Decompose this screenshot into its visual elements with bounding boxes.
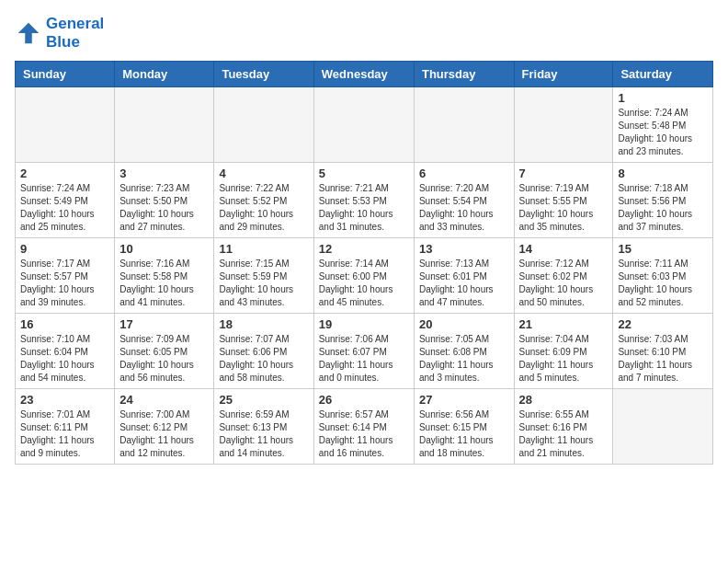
day-number: 17 <box>119 317 209 331</box>
weekday-header: Tuesday <box>214 62 313 87</box>
calendar: SundayMondayTuesdayWednesdayThursdayFrid… <box>15 61 713 465</box>
calendar-cell: 15Sunrise: 7:11 AM Sunset: 6:03 PM Dayli… <box>613 238 713 314</box>
day-number: 12 <box>319 242 409 256</box>
day-info: Sunrise: 7:17 AM Sunset: 5:57 PM Dayligh… <box>20 258 109 309</box>
day-info: Sunrise: 7:22 AM Sunset: 5:52 PM Dayligh… <box>219 182 308 234</box>
day-info: Sunrise: 6:59 AM Sunset: 6:13 PM Dayligh… <box>219 408 308 460</box>
day-info: Sunrise: 7:20 AM Sunset: 5:54 PM Dayligh… <box>419 182 509 234</box>
calendar-cell: 1Sunrise: 7:24 AM Sunset: 5:48 PM Daylig… <box>613 87 713 163</box>
day-number: 18 <box>219 317 308 331</box>
calendar-week-row: 2Sunrise: 7:24 AM Sunset: 5:49 PM Daylig… <box>16 163 713 238</box>
calendar-cell: 28Sunrise: 6:55 AM Sunset: 6:16 PM Dayli… <box>514 389 613 465</box>
day-info: Sunrise: 7:14 AM Sunset: 6:00 PM Dayligh… <box>319 258 409 309</box>
weekday-header: Thursday <box>414 62 514 87</box>
day-number: 3 <box>119 167 209 180</box>
day-number: 10 <box>119 242 209 256</box>
day-number: 21 <box>519 317 609 331</box>
day-number: 24 <box>119 393 209 407</box>
calendar-cell: 27Sunrise: 6:56 AM Sunset: 6:15 PM Dayli… <box>414 389 514 465</box>
calendar-cell: 23Sunrise: 7:01 AM Sunset: 6:11 PM Dayli… <box>16 389 115 465</box>
calendar-cell: 17Sunrise: 7:09 AM Sunset: 6:05 PM Dayli… <box>115 314 214 389</box>
calendar-cell <box>16 87 115 163</box>
calendar-week-row: 1Sunrise: 7:24 AM Sunset: 5:48 PM Daylig… <box>16 87 713 163</box>
day-number: 14 <box>519 242 609 256</box>
calendar-cell: 20Sunrise: 7:05 AM Sunset: 6:08 PM Dayli… <box>414 314 514 389</box>
calendar-cell: 21Sunrise: 7:04 AM Sunset: 6:09 PM Dayli… <box>514 314 613 389</box>
calendar-cell: 16Sunrise: 7:10 AM Sunset: 6:04 PM Dayli… <box>16 314 115 389</box>
day-info: Sunrise: 6:57 AM Sunset: 6:14 PM Dayligh… <box>319 408 409 460</box>
weekday-header: Monday <box>115 62 214 87</box>
calendar-cell: 8Sunrise: 7:18 AM Sunset: 5:56 PM Daylig… <box>613 163 713 238</box>
day-number: 1 <box>618 91 708 105</box>
logo: General Blue <box>15 15 104 52</box>
day-info: Sunrise: 7:00 AM Sunset: 6:12 PM Dayligh… <box>119 408 209 460</box>
day-number: 23 <box>20 393 109 407</box>
calendar-cell <box>115 87 214 163</box>
weekday-header: Wednesday <box>313 62 414 87</box>
day-info: Sunrise: 6:55 AM Sunset: 6:16 PM Dayligh… <box>519 408 609 460</box>
calendar-cell: 12Sunrise: 7:14 AM Sunset: 6:00 PM Dayli… <box>313 238 414 314</box>
calendar-cell: 4Sunrise: 7:22 AM Sunset: 5:52 PM Daylig… <box>214 163 313 238</box>
header: General Blue <box>15 15 713 52</box>
day-number: 4 <box>219 167 308 180</box>
day-number: 6 <box>419 167 509 180</box>
calendar-week-row: 16Sunrise: 7:10 AM Sunset: 6:04 PM Dayli… <box>16 314 713 389</box>
weekday-header: Sunday <box>16 62 115 87</box>
day-number: 25 <box>219 393 308 407</box>
day-info: Sunrise: 7:10 AM Sunset: 6:04 PM Dayligh… <box>20 333 109 385</box>
calendar-cell: 7Sunrise: 7:19 AM Sunset: 5:55 PM Daylig… <box>514 163 613 238</box>
day-number: 2 <box>20 167 109 180</box>
day-info: Sunrise: 7:24 AM Sunset: 5:48 PM Dayligh… <box>618 107 708 158</box>
calendar-cell <box>613 389 713 465</box>
calendar-cell: 14Sunrise: 7:12 AM Sunset: 6:02 PM Dayli… <box>514 238 613 314</box>
svg-marker-0 <box>18 23 40 44</box>
day-info: Sunrise: 7:21 AM Sunset: 5:53 PM Dayligh… <box>319 182 409 234</box>
day-info: Sunrise: 7:15 AM Sunset: 5:59 PM Dayligh… <box>219 258 308 309</box>
calendar-cell: 9Sunrise: 7:17 AM Sunset: 5:57 PM Daylig… <box>16 238 115 314</box>
calendar-cell: 18Sunrise: 7:07 AM Sunset: 6:06 PM Dayli… <box>214 314 313 389</box>
calendar-cell: 25Sunrise: 6:59 AM Sunset: 6:13 PM Dayli… <box>214 389 313 465</box>
calendar-week-row: 23Sunrise: 7:01 AM Sunset: 6:11 PM Dayli… <box>16 389 713 465</box>
day-number: 9 <box>20 242 109 256</box>
day-number: 15 <box>618 242 708 256</box>
calendar-cell <box>214 87 313 163</box>
calendar-cell: 13Sunrise: 7:13 AM Sunset: 6:01 PM Dayli… <box>414 238 514 314</box>
day-info: Sunrise: 7:12 AM Sunset: 6:02 PM Dayligh… <box>519 258 609 309</box>
day-number: 8 <box>618 167 708 180</box>
day-info: Sunrise: 7:18 AM Sunset: 5:56 PM Dayligh… <box>618 182 708 234</box>
day-info: Sunrise: 7:04 AM Sunset: 6:09 PM Dayligh… <box>519 333 609 385</box>
day-info: Sunrise: 7:01 AM Sunset: 6:11 PM Dayligh… <box>20 408 109 460</box>
day-number: 22 <box>618 317 708 331</box>
day-number: 26 <box>319 393 409 407</box>
logo-icon <box>15 19 42 47</box>
calendar-cell: 5Sunrise: 7:21 AM Sunset: 5:53 PM Daylig… <box>313 163 414 238</box>
day-info: Sunrise: 7:07 AM Sunset: 6:06 PM Dayligh… <box>219 333 308 385</box>
calendar-cell: 24Sunrise: 7:00 AM Sunset: 6:12 PM Dayli… <box>115 389 214 465</box>
day-info: Sunrise: 7:09 AM Sunset: 6:05 PM Dayligh… <box>119 333 209 385</box>
calendar-cell: 26Sunrise: 6:57 AM Sunset: 6:14 PM Dayli… <box>313 389 414 465</box>
day-number: 19 <box>319 317 409 331</box>
calendar-cell: 3Sunrise: 7:23 AM Sunset: 5:50 PM Daylig… <box>115 163 214 238</box>
weekday-header: Friday <box>514 62 613 87</box>
calendar-cell: 2Sunrise: 7:24 AM Sunset: 5:49 PM Daylig… <box>16 163 115 238</box>
day-number: 28 <box>519 393 609 407</box>
day-info: Sunrise: 7:13 AM Sunset: 6:01 PM Dayligh… <box>419 258 509 309</box>
day-number: 5 <box>319 167 409 180</box>
calendar-cell <box>414 87 514 163</box>
day-number: 7 <box>519 167 609 180</box>
day-number: 20 <box>419 317 509 331</box>
day-info: Sunrise: 7:11 AM Sunset: 6:03 PM Dayligh… <box>618 258 708 309</box>
day-info: Sunrise: 7:03 AM Sunset: 6:10 PM Dayligh… <box>618 333 708 385</box>
day-number: 16 <box>20 317 109 331</box>
calendar-cell <box>313 87 414 163</box>
weekday-header-row: SundayMondayTuesdayWednesdayThursdayFrid… <box>16 62 713 87</box>
calendar-cell: 22Sunrise: 7:03 AM Sunset: 6:10 PM Dayli… <box>613 314 713 389</box>
calendar-cell <box>514 87 613 163</box>
day-info: Sunrise: 7:06 AM Sunset: 6:07 PM Dayligh… <box>319 333 409 385</box>
day-info: Sunrise: 6:56 AM Sunset: 6:15 PM Dayligh… <box>419 408 509 460</box>
day-info: Sunrise: 7:05 AM Sunset: 6:08 PM Dayligh… <box>419 333 509 385</box>
calendar-cell: 19Sunrise: 7:06 AM Sunset: 6:07 PM Dayli… <box>313 314 414 389</box>
day-info: Sunrise: 7:16 AM Sunset: 5:58 PM Dayligh… <box>119 258 209 309</box>
calendar-week-row: 9Sunrise: 7:17 AM Sunset: 5:57 PM Daylig… <box>16 238 713 314</box>
day-info: Sunrise: 7:23 AM Sunset: 5:50 PM Dayligh… <box>119 182 209 234</box>
